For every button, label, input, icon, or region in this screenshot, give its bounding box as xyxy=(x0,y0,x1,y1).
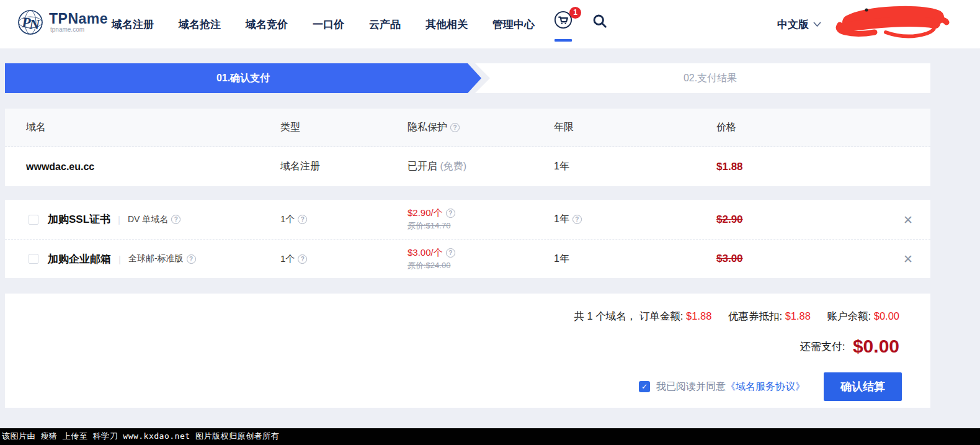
order-privacy-status: 已开启 xyxy=(408,161,437,171)
addon-email-qty-value: 1个 xyxy=(280,253,295,264)
brand-name: TPName xyxy=(49,12,108,25)
summary-order-amount: $1.88 xyxy=(686,310,711,321)
nav-item-buy-now[interactable]: 一口价 xyxy=(313,17,344,32)
order-table-row: wwwdac.eu.cc 域名注册 已开启 (免费) 1年 $1.88 xyxy=(5,147,930,186)
order-table-header: 域名 类型 隐私保护? 年限 价格 xyxy=(5,109,930,147)
addon-ssl-left: 加购SSL证书 | DV 单域名 ? xyxy=(29,212,280,227)
chevron-down-icon xyxy=(813,22,821,27)
addon-email-variant: 全球邮-标准版 xyxy=(128,253,184,264)
col-header-privacy: 隐私保护? xyxy=(408,121,554,134)
nav-item-domain-backorder[interactable]: 域名抢注 xyxy=(179,17,221,32)
addon-ssl-qty-help-icon[interactable]: ? xyxy=(298,215,307,224)
brand-text: TPName tpname.com xyxy=(49,12,108,33)
redacted-user-info-scribble xyxy=(832,4,951,41)
order-years: 1年 xyxy=(554,160,716,173)
addon-email-price-help-icon[interactable]: ? xyxy=(446,248,455,258)
step2-label: 02.支付结果 xyxy=(684,72,737,85)
addon-email-left: 加购企业邮箱 | 全球邮-标准版 ? xyxy=(29,252,280,266)
step1-label: 01.确认支付 xyxy=(216,72,270,85)
addon-email-original-price: 原价:$24.00 xyxy=(408,260,554,271)
addon-ssl-price-help-icon[interactable]: ? xyxy=(446,209,455,218)
nav-item-domain-register[interactable]: 域名注册 xyxy=(112,17,154,32)
amount-due-line: 还需支付: $0.00 xyxy=(800,336,899,357)
addons-card: 加购SSL证书 | DV 单域名 ? 1个? $2.90/个? 原价:$14.7… xyxy=(5,200,930,278)
search-icon xyxy=(591,12,610,30)
col-header-privacy-label: 隐私保护 xyxy=(408,122,447,132)
amount-due-value: $0.00 xyxy=(853,336,899,356)
summary-order-label: 订单金额: xyxy=(639,310,684,321)
addon-ssl-years: 1年? xyxy=(554,213,716,226)
watermark-bar: 该图片由 瘦猪 上传至 科学刀 www.kxdao.net 图片版权归原创者所有 xyxy=(0,428,980,445)
amount-due-label: 还需支付: xyxy=(800,341,845,353)
agreement-text: 我已阅读并同意 xyxy=(656,380,726,393)
summary-coupon-amount: $1.88 xyxy=(785,310,811,321)
addon-ssl-qty-value: 1个 xyxy=(280,214,295,224)
col-header-years: 年限 xyxy=(554,121,716,134)
addon-email-years: 1年 xyxy=(554,253,716,266)
checkout-steps: 01.确认支付 02.支付结果 xyxy=(5,63,930,93)
addon-ssl-original-price: 原价:$14.70 xyxy=(408,220,554,231)
addon-email-qty-help-icon[interactable]: ? xyxy=(298,254,307,264)
cart-button[interactable]: 1 xyxy=(554,11,576,40)
addon-email-unit-price-value: $3.00/个 xyxy=(408,247,443,258)
nav-item-management-center[interactable]: 管理中心 xyxy=(492,17,535,32)
nav-item-cloud-products[interactable]: 云产品 xyxy=(369,17,401,32)
addon-ssl-years-value: 1年 xyxy=(554,214,569,224)
order-price: $1.88 xyxy=(716,161,930,173)
addon-ssl-checkbox[interactable] xyxy=(29,215,38,225)
order-summary-card: 共 1 个域名， 订单金额: $1.88 优惠券抵扣: $1.88 账户余额: … xyxy=(5,294,930,408)
nav-item-domain-auction[interactable]: 域名竞价 xyxy=(246,17,288,32)
addon-email-remove-icon[interactable]: ✕ xyxy=(901,251,915,267)
addon-ssl-qty: 1个? xyxy=(280,214,408,225)
nav-item-other[interactable]: 其他相关 xyxy=(425,17,468,32)
addon-row-email: 加购企业邮箱 | 全球邮-标准版 ? 1个? $3.00/个? 原价:$24.0… xyxy=(5,239,930,278)
main-nav: 域名注册 域名抢注 域名竞价 一口价 云产品 其他相关 管理中心 xyxy=(112,0,535,48)
addon-ssl-name: 加购SSL证书 xyxy=(48,212,110,227)
cart-count-badge: 1 xyxy=(569,7,581,19)
summary-coupon-label: 优惠券抵扣: xyxy=(728,310,782,321)
step-confirm-payment: 01.确认支付 xyxy=(5,63,481,93)
addon-email-name: 加购企业邮箱 xyxy=(48,252,111,266)
addon-email-divider: | xyxy=(118,254,121,264)
addon-ssl-divider: | xyxy=(118,214,120,225)
addon-email-checkbox[interactable] xyxy=(29,254,38,264)
search-button[interactable] xyxy=(591,12,610,31)
step-payment-result: 02.支付结果 xyxy=(490,63,930,93)
agreement-link[interactable]: 《域名服务协议》 xyxy=(726,380,805,393)
addon-ssl-variant: DV 单域名 xyxy=(128,214,168,225)
summary-amounts-line: 共 1 个域名， 订单金额: $1.88 优惠券抵扣: $1.88 账户余额: … xyxy=(574,310,899,323)
addon-email-unit-price: $3.00/个? xyxy=(408,247,554,259)
col-header-price: 价格 xyxy=(716,121,930,134)
brand-logo[interactable]: P N TPName tpname.com xyxy=(16,8,108,37)
agreement-checkbox[interactable]: ✓ xyxy=(639,381,650,392)
addon-row-ssl: 加购SSL证书 | DV 单域名 ? 1个? $2.90/个? 原价:$14.7… xyxy=(5,200,930,239)
addon-ssl-price-cell: $2.90/个? 原价:$14.70 xyxy=(408,207,554,231)
language-label: 中文版 xyxy=(777,17,809,32)
order-table-card: 域名 类型 隐私保护? 年限 价格 wwwdac.eu.cc 域名注册 已开启 … xyxy=(5,109,930,186)
order-domain: wwwdac.eu.cc xyxy=(26,161,280,173)
privacy-help-icon[interactable]: ? xyxy=(450,123,460,132)
addon-ssl-remove-icon[interactable]: ✕ xyxy=(901,211,915,228)
checkout-page: P N TPName tpname.com 域名注册 域名抢注 域名竞价 一口价… xyxy=(0,0,980,445)
addon-email-variant-help-icon[interactable]: ? xyxy=(187,254,196,264)
col-header-type: 类型 xyxy=(280,121,408,134)
addon-ssl-variant-help-icon[interactable]: ? xyxy=(171,215,180,224)
summary-balance-label: 账户余额: xyxy=(827,310,871,321)
watermark-text: 该图片由 瘦猪 上传至 科学刀 www.kxdao.net 图片版权归原创者所有 xyxy=(2,431,279,441)
addon-ssl-total: $2.90 xyxy=(716,214,930,226)
order-privacy: 已开启 (免费) xyxy=(408,160,554,173)
order-privacy-note: (免费) xyxy=(440,161,466,171)
addon-ssl-unit-price: $2.90/个? xyxy=(408,207,554,219)
addon-ssl-years-help-icon[interactable]: ? xyxy=(572,215,582,224)
agreement-and-checkout-row: ✓ 我已阅读并同意 《域名服务协议》 确认结算 xyxy=(639,372,902,401)
order-type: 域名注册 xyxy=(280,160,408,173)
summary-domain-count: 共 1 个域名， xyxy=(574,310,636,321)
confirm-checkout-button[interactable]: 确认结算 xyxy=(824,372,902,401)
addon-email-total: $3.00 xyxy=(716,253,930,265)
col-header-domain: 域名 xyxy=(26,121,280,134)
language-selector[interactable]: 中文版 xyxy=(777,0,821,48)
brand-logo-icon: P N xyxy=(16,8,45,37)
addon-email-qty: 1个? xyxy=(280,253,408,265)
brand-domain: tpname.com xyxy=(49,26,108,33)
svg-text:N: N xyxy=(29,16,41,32)
